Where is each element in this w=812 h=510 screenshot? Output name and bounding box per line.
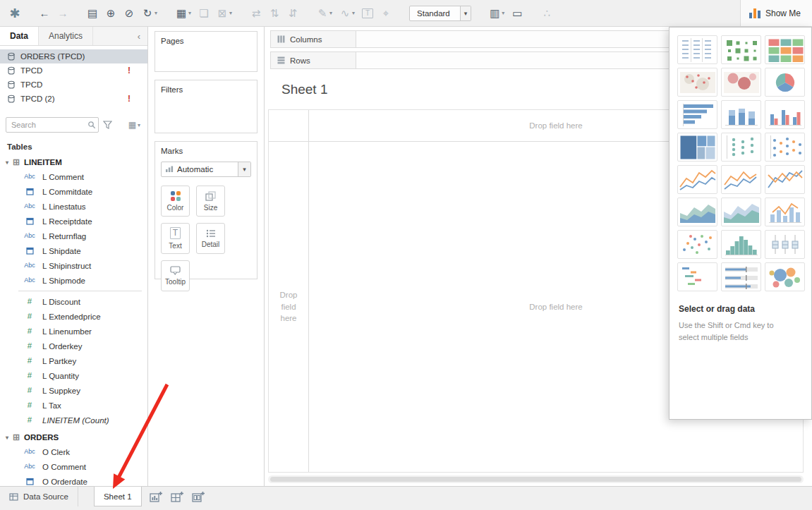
new-story-tab-button[interactable] (192, 491, 205, 503)
duplicate-sheet-button[interactable]: ❏ (195, 4, 213, 23)
showme-horizontal-bars[interactable] (677, 100, 717, 129)
field-item[interactable]: L Commitdate (0, 184, 147, 199)
field-item[interactable]: #L Partkey (0, 353, 147, 368)
sort-descending-button[interactable]: ⇵ (284, 4, 302, 23)
save-button[interactable]: ▤ (83, 4, 102, 23)
field-item[interactable]: #L Linenumber (0, 324, 147, 339)
data-source-tab[interactable]: Data Source (0, 487, 78, 506)
field-item[interactable]: O Orderdate (0, 474, 147, 486)
field-item[interactable]: #L Orderkey (0, 339, 147, 353)
size-mark-button[interactable]: Size (196, 186, 225, 217)
tab-data[interactable]: Data (0, 27, 39, 45)
datasource-item[interactable]: TPCD (0, 78, 147, 92)
detail-mark-button[interactable]: Detail (196, 223, 225, 254)
group-members-button[interactable]: ∿▾ (336, 4, 358, 23)
datasource-item[interactable]: ORDERS (TPCD) (0, 49, 147, 63)
showme-continuous-line[interactable] (677, 165, 717, 194)
highlight-button[interactable]: ✎▾ (313, 4, 336, 23)
filters-shelf[interactable]: Filters (154, 80, 257, 133)
undo-button[interactable]: ← (35, 4, 54, 23)
showme-stacked-bars[interactable] (721, 100, 761, 129)
text-mark-button[interactable]: TText (161, 223, 190, 254)
field-item[interactable]: L Receiptdate (0, 214, 147, 229)
new-dashboard-tab-button[interactable] (171, 491, 184, 503)
table-group-header[interactable]: ▾⊞LINEITEM (0, 152, 147, 169)
tab-analytics[interactable]: Analytics (39, 27, 93, 45)
field-item[interactable]: #L Suppkey (0, 383, 147, 398)
redo-button[interactable]: → (54, 4, 72, 23)
field-name: L Comment (42, 173, 84, 181)
drop-zone-rows[interactable]: Drop field here (269, 142, 309, 472)
sheet-1-tab[interactable]: Sheet 1 (94, 487, 142, 506)
clear-sheet-button[interactable]: ⊠▾ (213, 4, 236, 23)
datasource-item[interactable]: TPCD (2)! (0, 92, 147, 106)
horizontal-bars-icon (679, 102, 717, 128)
collapse-pane-icon[interactable]: ‹ (131, 27, 147, 45)
show-mark-labels-button[interactable]: T (358, 4, 377, 23)
field-item[interactable]: AbcO Clerk (0, 444, 147, 459)
datasource-item[interactable]: TPCD! (0, 63, 147, 78)
showme-continuous-area[interactable] (677, 198, 717, 226)
field-item[interactable]: AbcO Comment (0, 459, 147, 474)
mark-labels-icon: T (362, 8, 373, 18)
show-cards-button[interactable]: ▥▾ (485, 4, 508, 23)
showme-highlight-table[interactable] (765, 35, 805, 64)
field-item[interactable]: #L Tax (0, 398, 147, 413)
color-mark-button[interactable]: Color (161, 186, 190, 217)
pages-shelf[interactable]: Pages (154, 31, 257, 72)
fix-axes-button[interactable]: ⌖ (377, 4, 395, 23)
field-item[interactable]: #L Discount (0, 294, 147, 309)
showme-scatter-plot[interactable] (677, 230, 717, 259)
filter-fields-icon[interactable] (103, 121, 112, 129)
field-item[interactable]: AbcL Comment (0, 169, 147, 184)
number-type-icon: # (21, 387, 38, 395)
field-item[interactable]: #L Quantity (0, 368, 147, 383)
pause-updates-button[interactable]: ⊘ (120, 4, 138, 23)
show-me-button[interactable]: Show Me (740, 0, 812, 26)
new-datasource-button[interactable]: ⊕ (102, 4, 120, 23)
showme-heat-map[interactable] (721, 35, 761, 64)
showme-packed-bubbles[interactable] (765, 262, 805, 291)
showme-pie-chart[interactable] (765, 68, 805, 97)
field-item[interactable]: L Shipdate (0, 243, 147, 258)
share-button[interactable]: ∴ (538, 4, 556, 23)
field-item[interactable]: #LINEITEM (Count) (0, 413, 147, 427)
showme-side-by-side-bars[interactable] (765, 100, 805, 129)
field-item[interactable]: AbcL Returnflag (0, 229, 147, 243)
search-input[interactable] (6, 117, 99, 133)
showme-bullet-graph[interactable] (721, 262, 761, 291)
sort-ascending-button[interactable]: ⇅ (265, 4, 284, 23)
showme-treemap[interactable] (677, 133, 717, 162)
mark-type-dropdown[interactable]: Automatic ▾ (161, 162, 251, 177)
showme-histogram[interactable] (721, 230, 761, 259)
number-type-icon: # (21, 416, 38, 425)
tableau-logo[interactable]: ✱ (6, 4, 24, 23)
tooltip-mark-button[interactable]: Tooltip (161, 260, 190, 291)
showme-gantt[interactable] (677, 262, 717, 291)
new-worksheet-button[interactable]: ▦▾ (172, 4, 195, 23)
showme-circle-views[interactable] (721, 133, 761, 162)
showme-box-and-whisker[interactable] (765, 230, 805, 259)
field-item[interactable]: #L Extendedprice (0, 309, 147, 324)
showme-side-by-side-circles[interactable] (765, 133, 805, 162)
view-options-button[interactable]: ▦ ▾ (128, 120, 142, 130)
showme-text-table[interactable] (677, 35, 717, 64)
swap-axes-button[interactable]: ⇄ (247, 4, 265, 23)
field-item[interactable]: AbcL Shipinstruct (0, 258, 147, 273)
showme-dual-line[interactable] (765, 165, 805, 194)
refresh-datasource-button[interactable]: ↻▾ (138, 4, 161, 23)
showme-discrete-area[interactable] (721, 198, 761, 226)
presentation-mode-button[interactable]: ▭ (508, 4, 526, 23)
showme-dual-combination[interactable] (765, 198, 805, 226)
field-item[interactable]: AbcL Shipmode (0, 273, 147, 288)
new-worksheet-tab-button[interactable] (150, 491, 163, 503)
showme-filled-map[interactable] (721, 68, 761, 97)
showme-discrete-line[interactable] (721, 165, 761, 194)
show-me-panel: Select or drag data Use the Shift or Cmd… (669, 27, 812, 420)
showme-symbol-map[interactable] (677, 68, 717, 97)
horizontal-scrollbar[interactable] (268, 475, 804, 483)
field-item[interactable]: AbcL Linestatus (0, 199, 147, 214)
table-group-header[interactable]: ▾⊞ORDERS (0, 427, 147, 444)
tableau-window: ✱←→▤⊕⊘↻▾▦▾❏⊠▾⇄⇅⇵✎▾∿▾T⌖Standard▾▥▾▭∴ Show… (0, 0, 812, 510)
fit-selector[interactable]: Standard▾ (409, 6, 471, 21)
